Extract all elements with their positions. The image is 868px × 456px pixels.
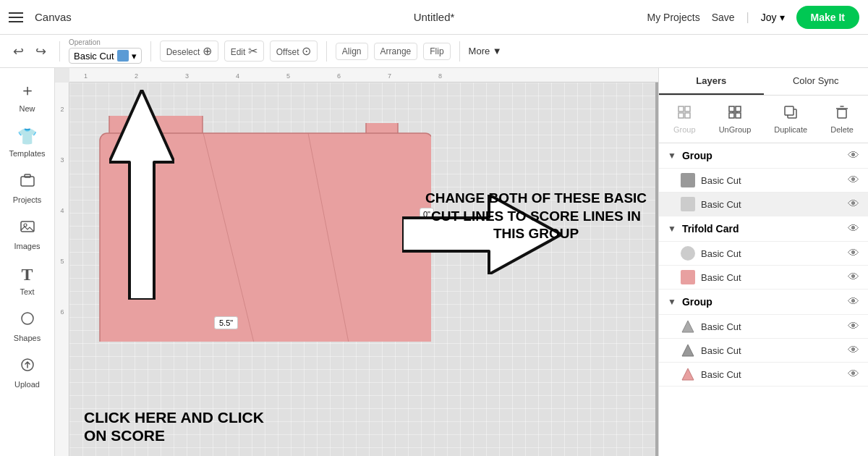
svg-marker-39 (682, 345, 694, 356)
delete-icon (834, 104, 850, 124)
offset-label: Offset (276, 47, 299, 57)
sidebar-item-new[interactable]: ＋ New (0, 74, 54, 119)
layer-row-3[interactable]: Basic Cut 👁 (659, 242, 868, 266)
make-it-button[interactable]: Make It (796, 6, 859, 29)
sidebar-item-images-label: Images (14, 242, 40, 250)
layer-thumb-6 (681, 343, 695, 358)
svg-text:4: 4 (236, 72, 239, 80)
sidebar-item-text[interactable]: T Text (0, 259, 54, 302)
tab-layers[interactable]: Layers (659, 68, 764, 95)
svg-text:6: 6 (60, 308, 64, 316)
sidebar: ＋ New 👕 Templates Projects Images T Text (0, 68, 55, 456)
layer-4-visibility[interactable]: 👁 (848, 271, 859, 284)
operation-select[interactable]: Basic Cut ▾ (69, 48, 142, 64)
sidebar-item-images[interactable]: Images (0, 213, 54, 256)
sidebar-item-upload-label: Upload (14, 380, 40, 389)
redo-button[interactable]: ↪ (31, 41, 51, 62)
arrange-button[interactable]: Arrange (374, 43, 418, 60)
group-2-visibility[interactable]: 👁 (848, 295, 859, 308)
layer-row-7[interactable]: Basic Cut 👁 (659, 363, 868, 387)
nav-right: My Projects Save | Joy ▾ Make It (647, 6, 859, 29)
svg-rect-34 (785, 106, 793, 115)
svg-rect-30 (729, 113, 734, 118)
sidebar-item-shapes[interactable]: Shapes (0, 305, 54, 348)
save-link[interactable]: Save (712, 12, 735, 23)
my-projects-link[interactable]: My Projects (647, 12, 700, 23)
layer-row-4[interactable]: Basic Cut 👁 (659, 266, 868, 290)
sidebar-item-new-label: New (19, 104, 35, 113)
layer-group-1[interactable]: ▼ Group 👁 (659, 143, 868, 169)
more-button[interactable]: More ▼ (469, 46, 502, 56)
layer-group-trifold[interactable]: ▼ Trifold Card 👁 (659, 216, 868, 242)
layer-group-2[interactable]: ▼ Group 👁 (659, 290, 868, 315)
layer-5-visibility[interactable]: 👁 (848, 320, 859, 333)
app-name: Canvas (35, 11, 72, 23)
ungroup-button[interactable]: UnGroup (712, 101, 759, 137)
svg-text:5: 5 (60, 258, 64, 265)
svg-text:8: 8 (438, 72, 442, 80)
edit-button[interactable]: Edit ✂ (224, 41, 264, 62)
group-1-visibility[interactable]: 👁 (848, 149, 859, 162)
flip-button[interactable]: Flip (423, 43, 450, 60)
instruction-text-1: CLICK HERE AND CLICK ON SCORE (84, 408, 286, 444)
align-label: Align (342, 46, 362, 56)
tab-color-sync[interactable]: Color Sync (764, 68, 869, 95)
duplicate-button[interactable]: Duplicate (767, 101, 814, 137)
layer-7-visibility[interactable]: 👁 (848, 368, 859, 381)
group-button[interactable]: Group (666, 101, 703, 137)
deselect-label: Deselect (166, 47, 200, 57)
ruler-top: 1 2 3 4 5 6 7 8 (69, 68, 658, 83)
sidebar-item-upload[interactable]: Upload (0, 351, 54, 394)
ungroup-icon (727, 104, 743, 124)
top-nav: Canvas Untitled* My Projects Save | Joy … (0, 0, 868, 35)
layer-row-1[interactable]: Basic Cut 👁 (659, 169, 868, 193)
user-menu[interactable]: Joy ▾ (761, 12, 785, 23)
canvas-grid[interactable]: 5.5" 0" CLICK HERE AND CLICK ON SCORE CH… (69, 83, 658, 456)
edit-label: Edit (231, 47, 246, 57)
layer-row-6[interactable]: Basic Cut 👁 (659, 339, 868, 363)
undo-button[interactable]: ↩ (9, 41, 28, 62)
offset-button[interactable]: Offset ⊙ (270, 41, 318, 62)
svg-marker-38 (682, 321, 694, 332)
nav-separator: | (746, 11, 749, 24)
layer-6-visibility[interactable]: 👁 (848, 344, 859, 357)
layer-2-visibility[interactable]: 👁 (848, 198, 859, 211)
layer-thumb-5 (681, 319, 695, 334)
instruction-text-2: CHANGE BOTH OF THESE BASIC CUT LINES TO … (424, 190, 648, 243)
delete-button[interactable]: Delete (823, 101, 861, 137)
sidebar-item-projects[interactable]: Projects (0, 166, 54, 210)
canvas-scrollbar[interactable] (655, 83, 658, 456)
layer-1-visibility[interactable]: 👁 (848, 174, 859, 187)
chevron-down-icon: ▾ (780, 12, 785, 23)
sidebar-item-text-label: Text (20, 287, 34, 296)
svg-rect-29 (736, 106, 741, 111)
layer-3-visibility[interactable]: 👁 (848, 247, 859, 260)
svg-point-4 (22, 313, 33, 324)
layer-thumb-4 (681, 270, 695, 284)
deselect-button[interactable]: Deselect ⊕ (160, 41, 218, 62)
layer-row-5[interactable]: Basic Cut 👁 (659, 315, 868, 339)
svg-rect-0 (21, 177, 34, 186)
svg-text:3: 3 (60, 156, 64, 164)
svg-marker-22 (109, 90, 174, 300)
operation-color-swatch (117, 50, 129, 62)
hamburger-menu[interactable] (9, 12, 23, 22)
trifold-chevron: ▼ (668, 224, 676, 234)
layer-row-2[interactable]: Basic Cut 👁 (659, 193, 868, 216)
images-icon (20, 219, 35, 239)
sidebar-item-projects-label: Projects (13, 195, 42, 204)
align-button[interactable]: Align (336, 43, 368, 60)
svg-text:2: 2 (60, 106, 64, 113)
svg-text:2: 2 (135, 72, 138, 80)
svg-text:5: 5 (286, 72, 290, 80)
arrange-label: Arrange (380, 46, 412, 56)
user-name: Joy (761, 12, 777, 23)
canvas-area[interactable]: 1 2 3 4 5 6 7 8 2 3 4 5 6 (55, 68, 658, 456)
layers-panel: Layers Color Sync Group UnGroup (658, 68, 868, 456)
layer-thumb-3 (681, 246, 695, 261)
sidebar-item-templates[interactable]: 👕 Templates (0, 122, 54, 164)
layers-actions: Group UnGroup Duplicate Delete (659, 96, 868, 143)
measurement-width: 5.5" (214, 316, 238, 329)
trifold-visibility[interactable]: 👁 (848, 222, 859, 235)
sidebar-item-templates-label: Templates (9, 149, 45, 158)
